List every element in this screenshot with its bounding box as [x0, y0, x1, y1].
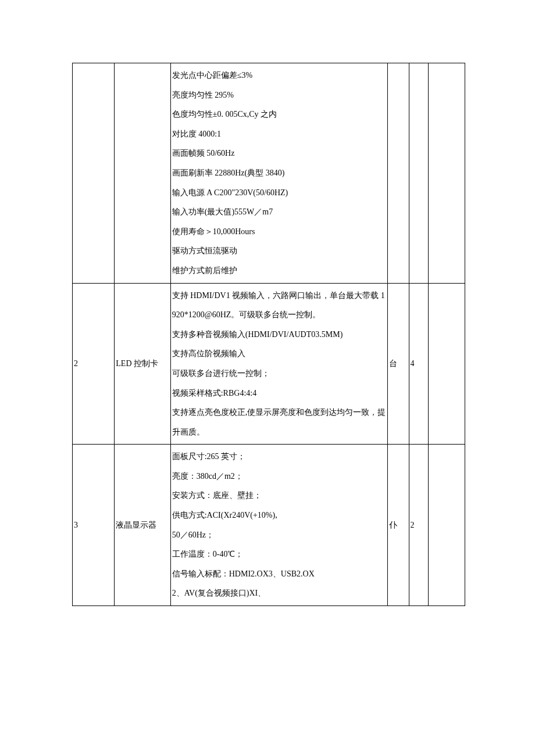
spec-line: 输入功率(最大值)555W／m7	[172, 202, 387, 222]
item-unit: 仆	[388, 445, 409, 606]
spec-line: 信号输入标配：HDMI2.OX3、USB2.OX	[172, 564, 387, 584]
spec-line: 使用寿命＞10,000Hours	[172, 222, 387, 242]
spec-line: 支持多种音视频输入(HDMI/DVI/AUDT03.5MM)	[172, 325, 387, 345]
item-name: LED 控制卡	[115, 283, 170, 445]
item-unit: 台	[388, 283, 409, 445]
item-name	[115, 63, 170, 284]
item-extra	[429, 445, 465, 606]
spec-line: 亮度均匀性 295%	[172, 85, 387, 105]
spec-line: 可级联多台进行统一控制；	[172, 364, 387, 384]
spec-line: 画面刷新率 22880Hz(典型 3840)	[172, 163, 387, 183]
spec-line: 维护方式前后维护	[172, 261, 387, 281]
table-row: 2LED 控制卡支持 HDMI/DV1 视频输入，六路网口输出，单台最大带载 1…	[73, 283, 465, 445]
item-qty: 2	[409, 445, 429, 606]
item-spec: 面板尺寸:265 英寸；亮度：380cd／m2；安装方式：底座、壁挂；供电方式:…	[170, 445, 388, 606]
row-index: 3	[73, 445, 115, 606]
table-row: 3液晶显示器面板尺寸:265 英寸；亮度：380cd／m2；安装方式：底座、壁挂…	[73, 445, 465, 606]
item-qty: 4	[409, 283, 429, 445]
spec-line: 2、AV(复合视频接口)XI、	[172, 583, 387, 603]
spec-line: 对比度 4000:1	[172, 124, 387, 144]
spec-line: 发光点中心距偏差≤3%	[172, 66, 387, 85]
spec-line: 画面帧频 50/60Hz	[172, 144, 387, 163]
spec-line: 支持高位阶视频输入	[172, 344, 387, 364]
row-index	[73, 63, 115, 284]
item-spec: 支持 HDMI/DV1 视频输入，六路网口输出，单台最大带载 1920*1200…	[170, 283, 388, 445]
spec-line: 亮度：380cd／m2；	[172, 467, 387, 486]
spec-line: 驱动方式恒流驱动	[172, 241, 387, 261]
item-extra	[429, 63, 465, 284]
spec-line: 视频采样格式:RBG4:4:4	[172, 384, 387, 403]
spec-line: 输入电源 A C200″230V(50/60HZ)	[172, 183, 387, 203]
item-spec: 发光点中心距偏差≤3%亮度均匀性 295%色度均匀性±0. 005Cx,Cy 之…	[170, 63, 388, 284]
spec-line: 50／60Hz；	[172, 525, 387, 545]
spec-line: 支持 HDMI/DV1 视频输入，六路网口输出，单台最大带载 1920*1200…	[172, 286, 387, 325]
spec-line: 支持逐点亮色度校正,使显示屏亮度和色度到达均匀一致，提升画质。	[172, 403, 387, 442]
item-name: 液晶显示器	[115, 445, 170, 606]
spec-table: 发光点中心距偏差≤3%亮度均匀性 295%色度均匀性±0. 005Cx,Cy 之…	[72, 63, 465, 606]
spec-line: 安装方式：底座、壁挂；	[172, 486, 387, 506]
item-qty	[409, 63, 429, 284]
spec-line: 面板尺寸:265 英寸；	[172, 447, 387, 467]
spec-line: 色度均匀性±0. 005Cx,Cy 之内	[172, 105, 387, 124]
spec-line: 工作温度：0-40℃；	[172, 544, 387, 564]
table-row: 发光点中心距偏差≤3%亮度均匀性 295%色度均匀性±0. 005Cx,Cy 之…	[73, 63, 465, 284]
spec-line: 供电方式:ACI(Xr240V(+10%),	[172, 506, 387, 525]
item-extra	[429, 283, 465, 445]
row-index: 2	[73, 283, 115, 445]
item-unit	[388, 63, 409, 284]
